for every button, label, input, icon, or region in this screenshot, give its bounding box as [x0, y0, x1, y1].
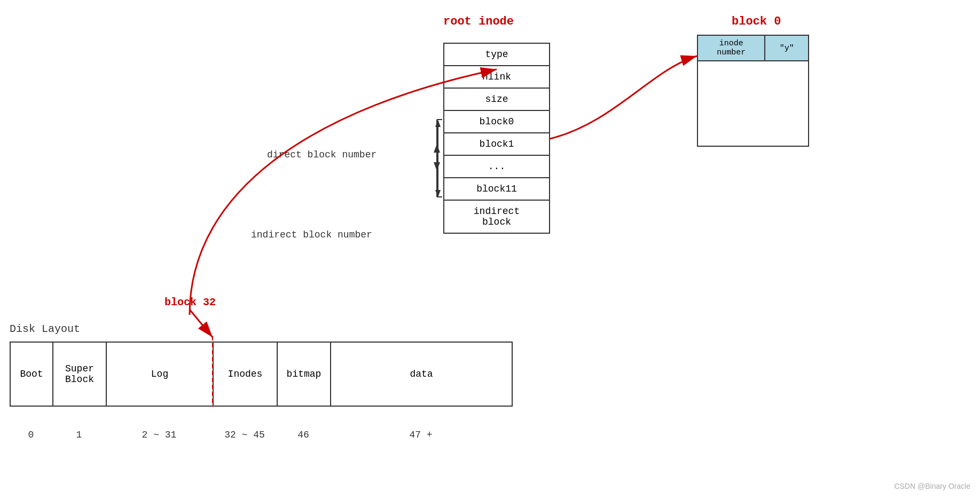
block0-mini-table: inode number "y"	[697, 35, 809, 147]
inode-row-indirect: indirect block	[444, 200, 550, 233]
inode-cell-block11: block11	[444, 178, 550, 200]
inode-table: type nlink size block0 block1 ... block1…	[443, 43, 550, 234]
block0-empty-cell	[697, 61, 809, 146]
block0-empty-row	[697, 61, 809, 146]
disk-layout-label: Disk Layout	[10, 323, 80, 335]
direct-block-label: direct block number	[267, 149, 377, 160]
disk-table-container: Boot Super Block Log Inodes bitmap data	[10, 342, 513, 407]
disk-numbers: 0 1 2 ~ 31 32 ~ 45 46 47 +	[10, 430, 512, 440]
block0-header-row: inode number "y"	[697, 35, 809, 61]
disk-cell-bitmap: bitmap	[277, 342, 331, 406]
inode-row-block1: block1	[444, 133, 550, 155]
inode-row-dots: ...	[444, 155, 550, 178]
disk-cell-superblock: Super Block	[53, 342, 106, 406]
disk-cell-boot: Boot	[10, 342, 53, 406]
bracket-arrow-down-head	[435, 190, 441, 197]
root-inode-label: root inode	[443, 15, 514, 28]
block0-header-y: "y"	[765, 35, 809, 61]
inode-cell-size: size	[444, 88, 550, 110]
inode-row-block11: block11	[444, 178, 550, 200]
disk-cell-inodes: Inodes	[213, 342, 277, 406]
inode-cell-nlink: nlink	[444, 66, 550, 88]
inode-cell-type: type	[444, 43, 550, 66]
disk-num-32-45: 32 ~ 45	[213, 430, 277, 440]
disk-cell-log: Log	[106, 342, 213, 406]
inode-cell-block1: block1	[444, 133, 550, 155]
inode-cell-dots: ...	[444, 155, 550, 178]
disk-num-2-31: 2 ~ 31	[106, 430, 213, 440]
disk-table: Boot Super Block Log Inodes bitmap data	[10, 342, 513, 407]
inode-row-type: type	[444, 43, 550, 66]
diagram-container: root inode block 0 type nlink size block…	[0, 0, 980, 500]
arrow-inode-to-block0	[550, 56, 697, 139]
disk-row: Boot Super Block Log Inodes bitmap data	[10, 342, 512, 406]
indirect-block-label: indirect block number	[251, 229, 372, 240]
disk-num-46: 46	[277, 430, 330, 440]
disk-num-47: 47 +	[330, 430, 512, 440]
arrow-block32-down	[190, 309, 213, 337]
watermark: CSDN @Binary Oracle	[894, 482, 970, 490]
bracket-arrow-up-head	[435, 120, 441, 127]
disk-num-1: 1	[52, 430, 106, 440]
disk-num-0: 0	[10, 430, 52, 440]
inode-row-size: size	[444, 88, 550, 110]
inode-row-nlink: nlink	[444, 66, 550, 88]
block32-label: block 32	[164, 296, 216, 308]
block0-label: block 0	[732, 15, 781, 28]
inode-row-block0: block0	[444, 110, 550, 133]
inode-cell-block0: block0	[444, 110, 550, 133]
disk-cell-data: data	[331, 342, 512, 406]
block0-header-inode: inode number	[697, 35, 765, 61]
inode-cell-indirect: indirect block	[444, 200, 550, 233]
